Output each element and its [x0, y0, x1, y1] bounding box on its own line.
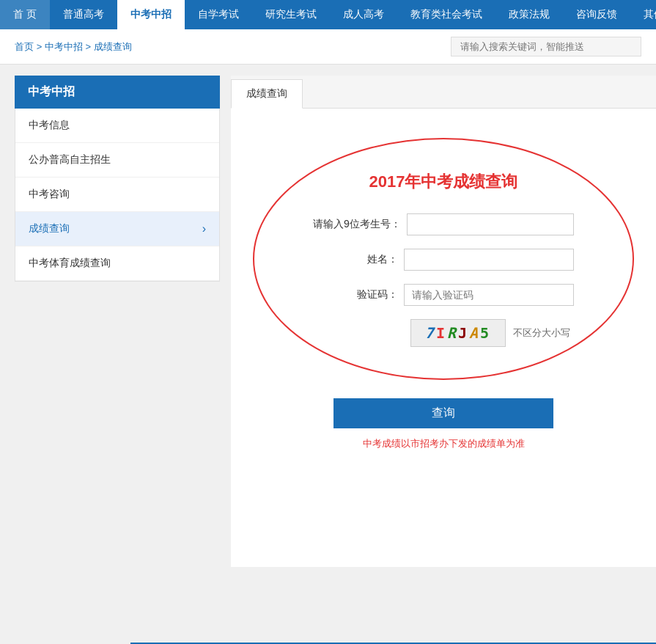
sidebar-item-gongban[interactable]: 公办普高自主招生 [15, 143, 219, 178]
nav-item-zhongkao[interactable]: 中考中招 [117, 0, 185, 29]
breadcrumb-sep1: > [37, 41, 45, 52]
content-area: 成绩查询 2017年中考成绩查询 请输入9位考生号： 姓名： 验证码： [231, 76, 656, 567]
cap-char-6: 5 [480, 324, 491, 342]
search-area[interactable] [451, 37, 641, 56]
student-id-row: 请输入9位考生号： [313, 213, 574, 235]
cap-char-4: J [458, 324, 469, 342]
captcha-input[interactable] [404, 284, 574, 306]
student-id-input[interactable] [407, 213, 574, 235]
sidebar-item-label: 中考咨询 [29, 188, 70, 201]
form-note: 中考成绩以市招考办下发的成绩单为准 [363, 437, 525, 450]
sidebar-menu: 中考信息 公办普高自主招生 中考咨询 成绩查询 › 中考体育成绩查询 [15, 109, 220, 282]
tab-chengji-chaxun[interactable]: 成绩查询 [231, 79, 303, 109]
nav-item-zixun[interactable]: 咨询反馈 [563, 0, 630, 29]
chevron-right-icon: › [202, 222, 206, 235]
captcha-image[interactable]: 7 I R J A 5 [410, 319, 506, 347]
form-title: 2017年中考成绩查询 [369, 171, 518, 193]
cap-char-3: R [447, 324, 458, 342]
cap-char-5: A [469, 324, 480, 342]
nav-item-chengren[interactable]: 成人高考 [330, 0, 397, 29]
tabs-bar: 成绩查询 [231, 76, 656, 109]
main-container: 中考中招 中考信息 公办普高自主招生 中考咨询 成绩查询 › 中考体育成绩查询 … [0, 65, 656, 578]
sidebar: 中考中招 中考信息 公办普高自主招生 中考咨询 成绩查询 › 中考体育成绩查询 [15, 76, 220, 567]
sidebar-item-chengji-chaxun[interactable]: 成绩查询 › [15, 212, 219, 246]
nav-item-home[interactable]: 首 页 [0, 0, 50, 29]
top-navigation: 首 页 普通高考 中考中招 自学考试 研究生考试 成人高考 教育类社会考试 政策… [0, 0, 656, 29]
nav-item-jiaoyulei[interactable]: 教育类社会考试 [397, 0, 495, 29]
cap-char-1: 7 [425, 324, 436, 342]
sidebar-item-zhongkao-info[interactable]: 中考信息 [15, 109, 219, 143]
nav-item-gaokao[interactable]: 普通高考 [50, 0, 117, 29]
sidebar-item-label: 公办普高自主招生 [29, 153, 111, 167]
captcha-input-row: 验证码： [313, 284, 574, 306]
nav-item-yanjiusheng[interactable]: 研究生考试 [252, 0, 330, 29]
form-container: 2017年中考成绩查询 请输入9位考生号： 姓名： 验证码： [231, 109, 656, 480]
breadcrumb-bar: 首页 > 中考中招 > 成绩查询 [0, 29, 656, 65]
sidebar-item-label: 中考体育成绩查询 [29, 257, 111, 270]
student-id-label: 请输入9位考生号： [313, 218, 401, 231]
name-label: 姓名： [313, 253, 398, 266]
breadcrumb-section[interactable]: 中考中招 [45, 41, 83, 52]
cap-char-2: I [436, 324, 447, 342]
nav-item-zixue[interactable]: 自学考试 [185, 0, 252, 29]
sidebar-item-tiyuchengji[interactable]: 中考体育成绩查询 [15, 246, 219, 281]
breadcrumb-current: 成绩查询 [94, 41, 132, 52]
form-oval: 2017年中考成绩查询 请输入9位考生号： 姓名： 验证码： [253, 138, 634, 380]
nav-item-zhengce[interactable]: 政策法规 [495, 0, 563, 29]
sidebar-title: 中考中招 [15, 76, 220, 109]
nav-item-other[interactable]: 其他 [630, 0, 656, 29]
name-input[interactable] [404, 249, 574, 271]
submit-button[interactable]: 查询 [333, 398, 553, 428]
sidebar-item-zhongkao-zixun[interactable]: 中考咨询 [15, 178, 219, 212]
breadcrumb-home[interactable]: 首页 [15, 41, 34, 52]
captcha-note: 不区分大小写 [513, 326, 570, 340]
search-input[interactable] [451, 37, 641, 56]
captcha-image-row: 7 I R J A 5 不区分大小写 [313, 319, 574, 347]
breadcrumb-sep2: > [85, 41, 93, 52]
sidebar-item-label: 成绩查询 [29, 222, 70, 235]
captcha-label: 验证码： [313, 288, 398, 301]
sidebar-item-label: 中考信息 [29, 119, 70, 132]
breadcrumb: 首页 > 中考中招 > 成绩查询 [15, 40, 132, 54]
name-row: 姓名： [313, 249, 574, 271]
